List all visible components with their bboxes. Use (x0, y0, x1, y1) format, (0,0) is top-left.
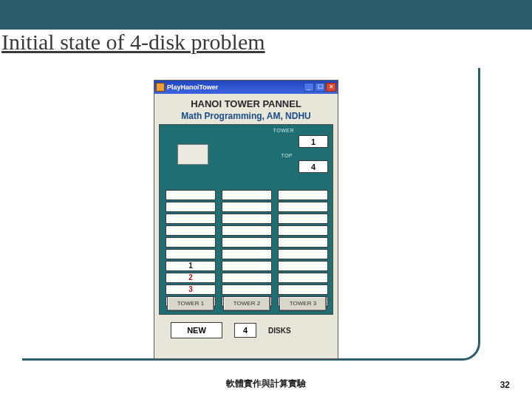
tower-slot (166, 225, 216, 236)
panel-header: HANOI TOWER PANNEL (159, 98, 333, 109)
tower-slot (278, 273, 328, 283)
tower-slot (278, 284, 328, 295)
tower-slot (166, 237, 216, 248)
tower-3-column (278, 181, 328, 307)
tower-slot (222, 261, 272, 271)
slide-footer: 軟體實作與計算實驗 (0, 378, 532, 390)
hanoi-app-window: PlayHanoiTower _ ☐ ✕ HANOI TOWER PANNEL … (154, 80, 338, 359)
slide-title: Initial state of 4-disk problem (0, 30, 265, 55)
tower-slot (166, 190, 216, 200)
minimize-button[interactable]: _ (304, 83, 314, 92)
tower-slot (166, 202, 216, 212)
tower-slot (278, 249, 328, 259)
disk-slot: 3 (166, 284, 216, 295)
tower-2-column (222, 181, 272, 307)
tower-slot (278, 237, 328, 248)
page-number: 32 (500, 380, 510, 390)
disks-input[interactable] (234, 323, 256, 338)
tower-slot (278, 225, 328, 236)
new-button[interactable]: NEW (171, 322, 222, 338)
tower-slot (278, 190, 328, 200)
label-top: TOP (281, 153, 293, 158)
disk-slot: 2 (166, 273, 216, 283)
tower-slot (222, 284, 272, 295)
tower-slot (166, 249, 216, 259)
tower-slot (222, 249, 272, 259)
tower-slot (278, 214, 328, 224)
tower-slot (222, 190, 272, 200)
disk-slot: 1 (166, 261, 216, 271)
tower-slot (222, 214, 272, 224)
label-disks: DISKS (268, 327, 291, 335)
tower-slot (278, 202, 328, 212)
panel-subheader: Math Programming, AM, NDHU (159, 111, 333, 121)
tower-2-button[interactable]: TOWER 2 (223, 296, 270, 311)
tower-1-column: 1 2 3 4 (166, 181, 216, 307)
tower-slot (222, 273, 272, 283)
window-title: PlayHanoiTower (167, 83, 304, 91)
tower-slot (222, 225, 272, 236)
box-butsr (177, 144, 208, 165)
tower-1-button[interactable]: TOWER 1 (167, 296, 214, 311)
tower-slot (166, 214, 216, 224)
tower-slot (222, 237, 272, 248)
value-tower: 1 (299, 135, 328, 148)
tower-slot (222, 202, 272, 212)
label-tower: TOWER (273, 128, 294, 133)
app-icon (156, 83, 165, 92)
close-button[interactable]: ✕ (326, 83, 336, 92)
window-titlebar[interactable]: PlayHanoiTower _ ☐ ✕ (154, 81, 338, 94)
maximize-button[interactable]: ☐ (315, 83, 325, 92)
tower-slot (278, 261, 328, 271)
tower-3-button[interactable]: TOWER 3 (279, 296, 327, 311)
slide-accent-bar (0, 0, 532, 30)
game-area: TOWER 1 TOP 4 BUTSR 1 2 3 4 (159, 124, 333, 315)
value-top: 4 (299, 160, 328, 173)
